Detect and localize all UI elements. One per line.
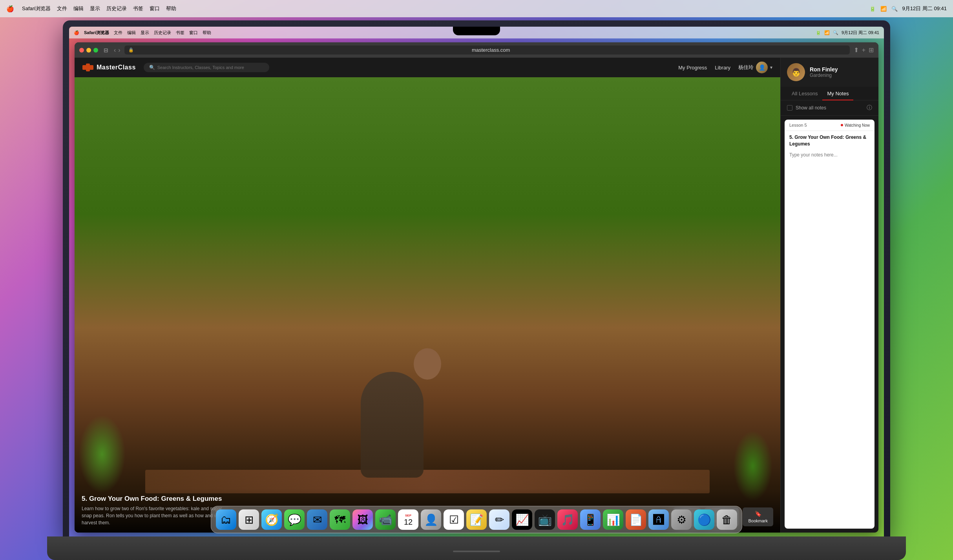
tab-my-notes[interactable]: My Notes xyxy=(822,87,853,100)
dock-system-settings[interactable]: ⚙ xyxy=(671,509,692,530)
instructor-header: 👨 Ron Finley Gardening xyxy=(781,58,878,87)
dock-photos[interactable]: 🖼 xyxy=(352,509,373,530)
mc-logo-text: MasterClass xyxy=(97,64,136,71)
dock-mail[interactable]: ✉ xyxy=(307,509,327,530)
tabs-button[interactable]: ⊞ xyxy=(869,46,874,54)
video-title: 5. Grow Your Own Food: Greens & Legumes xyxy=(82,495,773,503)
laptop-chin xyxy=(453,551,500,552)
menubar-search-icon[interactable]: 🔍 xyxy=(891,6,898,12)
dock-calendar[interactable]: SEP 12 xyxy=(398,509,418,530)
dock-finder[interactable]: 🗂 xyxy=(216,509,236,530)
dock-launchpad[interactable]: ⊞ xyxy=(239,509,259,530)
safari-menu-item[interactable]: Safari浏览器 xyxy=(22,5,51,12)
window-menu-item[interactable]: 窗口 xyxy=(150,5,160,12)
menubar-left: 🍎 Safari浏览器 文件 编辑 显示 历史记录 书签 窗口 帮助 xyxy=(6,5,176,13)
minimize-button[interactable] xyxy=(86,48,91,53)
dock-trash[interactable]: 🗑 xyxy=(717,509,737,530)
note-textarea[interactable] xyxy=(785,150,874,267)
screen-spotlight-icon[interactable]: 🔍 xyxy=(833,30,838,35)
tab-all-lessons[interactable]: All Lessons xyxy=(787,87,822,100)
dock: 🗂 ⊞ 🧭 💬 ✉ 🗺 🖼 📹 SEP 12 👤 ☑ 📝 ✏ xyxy=(211,506,742,533)
search-input[interactable] xyxy=(157,65,264,70)
screen-safari-label[interactable]: Safari浏览器 xyxy=(84,30,109,36)
info-icon[interactable]: ⓘ xyxy=(867,104,872,111)
dock-contacts[interactable]: 👤 xyxy=(421,509,441,530)
dock-numbers[interactable]: 📊 xyxy=(603,509,623,530)
share-browser-button[interactable]: ⬆ xyxy=(854,46,859,54)
screen-file-item[interactable]: 文件 xyxy=(114,30,122,36)
maximize-button[interactable] xyxy=(93,48,98,53)
screen-window-item[interactable]: 窗口 xyxy=(189,30,198,36)
dock-appletv[interactable]: 📺 xyxy=(535,509,555,530)
instructor-subject: Gardening xyxy=(810,73,838,78)
close-button[interactable] xyxy=(79,48,84,53)
dock-pages[interactable]: 📄 xyxy=(626,509,646,530)
history-menu-item[interactable]: 历史记录 xyxy=(106,5,127,12)
dock-appstore[interactable]: 🅰 xyxy=(648,509,669,530)
lock-icon: 🔒 xyxy=(128,47,134,53)
bookmarks-menu-item[interactable]: 书签 xyxy=(133,5,143,12)
dock-focus[interactable]: 🔵 xyxy=(694,509,714,530)
masterclass-content: MasterClass 🔍 My Progress Library 杨佳玲 xyxy=(75,58,878,533)
library-link[interactable]: Library xyxy=(715,65,730,71)
instructor-avatar: 👨 xyxy=(787,63,805,81)
notes-header: Show all notes ⓘ xyxy=(781,100,878,116)
sidebar-toggle-button[interactable]: ⊟ xyxy=(102,46,110,54)
url-text: masterclass.com xyxy=(136,47,846,53)
note-card: Lesson 5 Watching Now 5. Grow Your Own F… xyxy=(785,120,874,529)
dock-notes[interactable]: 📝 xyxy=(466,509,487,530)
browser-actions: ⬆ + ⊞ xyxy=(854,46,874,54)
screen-help-item[interactable]: 帮助 xyxy=(203,30,211,36)
instructor-name: Ron Finley xyxy=(810,66,838,73)
back-button[interactable]: ‹ xyxy=(114,47,116,54)
plant-left xyxy=(79,415,126,493)
screen-view-item[interactable]: 显示 xyxy=(141,30,149,36)
desktop: 🍎 Safari浏览器 文件 编辑 显示 历史记录 书签 窗口 帮助 🔋 📶 🔍… xyxy=(69,27,884,536)
dock-container: 🗂 ⊞ 🧭 💬 ✉ 🗺 🖼 📹 SEP 12 👤 ☑ 📝 ✏ xyxy=(69,506,884,536)
menubar-battery-icon: 🔋 xyxy=(869,6,876,12)
show-all-checkbox[interactable] xyxy=(787,105,792,111)
svg-rect-2 xyxy=(89,65,93,70)
mc-nav-right: My Progress Library 杨佳玲 👤 ▾ xyxy=(678,62,772,73)
search-icon: 🔍 xyxy=(149,65,155,70)
menubar-datetime: 9月12日 周二 09:41 xyxy=(902,5,947,12)
user-menu[interactable]: 杨佳玲 👤 ▾ xyxy=(738,62,772,73)
screen-battery-icon: 🔋 xyxy=(816,30,821,35)
my-progress-link[interactable]: My Progress xyxy=(678,65,707,71)
mc-video-section[interactable]: 5. Grow Your Own Food: Greens & Legumes … xyxy=(75,77,780,533)
show-all-label[interactable]: Show all notes xyxy=(796,105,826,111)
screen-edit-item[interactable]: 编辑 xyxy=(127,30,136,36)
dock-music[interactable]: 🎵 xyxy=(557,509,578,530)
dock-messages[interactable]: 💬 xyxy=(284,509,305,530)
address-bar[interactable]: 🔒 masterclass.com xyxy=(124,45,850,55)
view-menu-item[interactable]: 显示 xyxy=(90,5,100,12)
dock-reminders[interactable]: ☑ xyxy=(444,509,464,530)
menubar-right: 🔋 📶 🔍 9月12日 周二 09:41 xyxy=(869,5,947,12)
dock-stocks[interactable]: 📈 xyxy=(512,509,532,530)
dock-freeform[interactable]: ✏ xyxy=(489,509,509,530)
menubar: 🍎 Safari浏览器 文件 编辑 显示 历史记录 书签 窗口 帮助 🔋 📶 🔍… xyxy=(0,0,953,17)
watching-dot xyxy=(841,124,843,126)
dock-maps[interactable]: 🗺 xyxy=(330,509,350,530)
forward-button[interactable]: › xyxy=(118,47,120,54)
notes-panel: Show all notes ⓘ Lesson 5 Watching Now xyxy=(781,100,878,533)
screen-wifi-icon: 📶 xyxy=(824,30,830,35)
mc-logo[interactable]: MasterClass xyxy=(82,62,136,73)
screen-bookmarks-item[interactable]: 书签 xyxy=(176,30,184,36)
help-menu-item[interactable]: 帮助 xyxy=(166,5,176,12)
new-tab-button[interactable]: + xyxy=(862,47,865,54)
dock-safari[interactable]: 🧭 xyxy=(261,509,282,530)
laptop-bottom xyxy=(47,536,906,560)
dock-configurator[interactable]: 📱 xyxy=(580,509,601,530)
watching-badge: Watching Now xyxy=(841,123,870,127)
edit-menu-item[interactable]: 编辑 xyxy=(73,5,84,12)
file-menu-item[interactable]: 文件 xyxy=(57,5,67,12)
screen-history-item[interactable]: 历史记录 xyxy=(154,30,171,36)
traffic-lights xyxy=(79,48,98,53)
screen-apple-icon[interactable]: 🍎 xyxy=(74,30,79,35)
apple-menu[interactable]: 🍎 xyxy=(6,5,14,13)
mc-logo-icon xyxy=(82,62,93,73)
mc-search-bar[interactable]: 🔍 xyxy=(144,63,269,72)
mc-main: MasterClass 🔍 My Progress Library 杨佳玲 xyxy=(75,58,780,533)
dock-facetime[interactable]: 📹 xyxy=(375,509,396,530)
